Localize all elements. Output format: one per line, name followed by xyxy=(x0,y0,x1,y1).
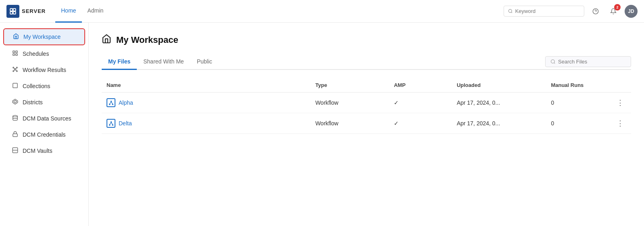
svg-point-31 xyxy=(109,104,110,105)
svg-rect-25 xyxy=(13,134,17,137)
sidebar-label-collections: Collections xyxy=(23,83,50,89)
svg-marker-22 xyxy=(13,99,18,104)
svg-line-5 xyxy=(511,12,512,13)
svg-rect-11 xyxy=(15,54,17,55)
main-content: My Workspace My Files Shared With Me Pub… xyxy=(89,23,644,226)
help-button[interactable] xyxy=(589,5,602,18)
topnav-admin[interactable]: Admin xyxy=(82,0,109,23)
collections-icon xyxy=(11,82,19,90)
svg-point-28 xyxy=(551,60,555,63)
keyword-input[interactable] xyxy=(515,8,580,14)
svg-marker-23 xyxy=(14,100,16,103)
svg-rect-9 xyxy=(15,51,17,53)
col-header-type: Type xyxy=(310,78,389,93)
more-button-delta[interactable]: ⋮ xyxy=(614,119,626,128)
topnav-home[interactable]: Home xyxy=(55,0,82,23)
sidebar-item-workflow-results[interactable]: Workflow Results xyxy=(3,62,85,78)
svg-rect-2 xyxy=(10,11,13,14)
svg-rect-8 xyxy=(13,51,14,53)
sidebar-item-dcm-vaults[interactable]: DCM Vaults xyxy=(3,143,85,158)
file-link-delta[interactable]: Delta xyxy=(107,119,305,128)
file-search-input[interactable] xyxy=(558,59,626,65)
sidebar-item-dcm-data-sources[interactable]: DCM Data Sources xyxy=(3,111,85,126)
logo-text: SERVER xyxy=(22,8,46,14)
sidebar-label-workflow-results: Workflow Results xyxy=(23,67,66,73)
svg-point-32 xyxy=(112,104,113,105)
page-title: My Workspace xyxy=(116,35,178,45)
cell-manual-runs-delta: 0 xyxy=(546,113,609,134)
districts-icon xyxy=(11,99,19,106)
tab-public[interactable]: Public xyxy=(190,54,219,70)
cell-uploaded-delta: Apr 17, 2024, 0... xyxy=(452,113,546,134)
tab-my-files[interactable]: My Files xyxy=(102,54,137,70)
svg-rect-3 xyxy=(13,11,16,14)
svg-point-4 xyxy=(508,9,512,13)
topnav-links: Home Admin xyxy=(55,0,109,23)
svg-point-24 xyxy=(13,115,17,117)
check-mark-delta: ✓ xyxy=(394,120,399,127)
check-mark-alpha: ✓ xyxy=(394,99,399,106)
sidebar-item-schedules[interactable]: Schedules xyxy=(3,46,85,61)
workflow-results-icon xyxy=(11,66,19,74)
cell-uploaded-alpha: Apr 17, 2024, 0... xyxy=(452,93,546,113)
logo-icon xyxy=(6,5,19,18)
topnav-right: 2 JD xyxy=(504,5,638,18)
more-button-alpha[interactable]: ⋮ xyxy=(614,98,626,107)
home-icon xyxy=(12,33,19,40)
svg-line-20 xyxy=(15,70,16,71)
file-tabs: My Files Shared With Me Public xyxy=(102,54,631,70)
cell-amp-alpha: ✓ xyxy=(389,93,452,113)
user-avatar[interactable]: JD xyxy=(625,5,638,18)
notifications-button[interactable]: 2 xyxy=(607,5,620,18)
col-header-manual-runs: Manual Runs xyxy=(546,78,609,93)
svg-line-39 xyxy=(111,122,113,124)
workflow-icon-alpha xyxy=(107,98,115,107)
page-header: My Workspace xyxy=(102,34,631,46)
svg-point-35 xyxy=(111,121,111,122)
page-header-icon xyxy=(102,34,111,46)
cell-type-delta: Workflow xyxy=(310,113,389,134)
data-sources-icon xyxy=(11,115,19,122)
svg-line-29 xyxy=(554,63,555,63)
sidebar-item-my-workspace[interactable]: My Workspace xyxy=(3,28,85,45)
svg-rect-1 xyxy=(13,8,16,11)
cell-name-alpha: Alpha xyxy=(102,93,310,113)
sidebar-label-schedules: Schedules xyxy=(23,51,49,57)
sidebar-item-dcm-credentials[interactable]: DCM Credentials xyxy=(3,127,85,142)
sidebar-label-dcm-data-sources: DCM Data Sources xyxy=(23,115,71,122)
svg-point-37 xyxy=(112,125,113,125)
table-row: Delta Workflow ✓ Apr 17, 2024, 0... 0 ⋮ xyxy=(102,113,631,134)
logo[interactable]: SERVER xyxy=(6,5,46,18)
col-header-actions xyxy=(609,78,631,93)
workflow-icon-delta xyxy=(107,119,115,128)
search-icon xyxy=(508,8,513,14)
svg-point-13 xyxy=(13,67,14,68)
cell-actions-alpha: ⋮ xyxy=(609,93,631,113)
svg-rect-10 xyxy=(13,54,14,55)
sidebar-item-districts[interactable]: Districts xyxy=(3,95,85,110)
help-icon xyxy=(592,8,599,15)
sidebar-item-collections[interactable]: Collections xyxy=(3,78,85,94)
schedules-icon xyxy=(11,50,19,57)
notification-badge: 2 xyxy=(614,4,621,11)
svg-rect-0 xyxy=(10,8,13,11)
file-name-delta: Delta xyxy=(119,120,132,127)
file-link-alpha[interactable]: Alpha xyxy=(107,98,305,107)
layout: My Workspace Schedules xyxy=(0,23,644,226)
svg-line-19 xyxy=(14,70,15,71)
cell-amp-delta: ✓ xyxy=(389,113,452,134)
sidebar: My Workspace Schedules xyxy=(0,23,89,226)
svg-point-30 xyxy=(111,101,111,101)
svg-line-18 xyxy=(15,68,16,69)
file-table: Name Type AMP Uploaded Manual Runs xyxy=(102,78,631,134)
file-search-icon xyxy=(550,59,556,64)
svg-line-33 xyxy=(109,101,111,103)
svg-point-36 xyxy=(109,125,110,125)
svg-rect-21 xyxy=(13,83,17,88)
tab-shared-with-me[interactable]: Shared With Me xyxy=(137,54,190,70)
cell-actions-delta: ⋮ xyxy=(609,113,631,134)
sidebar-label-my-workspace: My Workspace xyxy=(23,34,61,40)
keyword-search[interactable] xyxy=(504,6,584,17)
file-search[interactable] xyxy=(545,56,631,67)
svg-line-38 xyxy=(109,122,111,124)
